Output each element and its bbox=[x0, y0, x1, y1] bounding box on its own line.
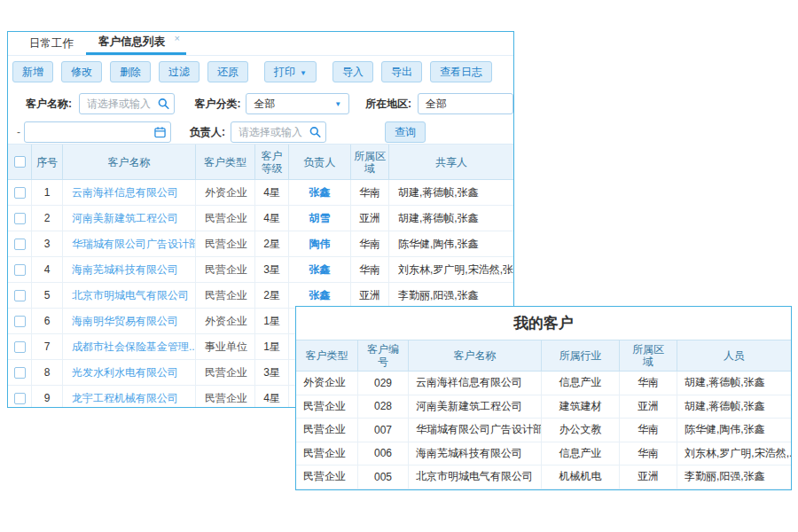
row-checkbox[interactable] bbox=[14, 264, 26, 276]
customer-name-link[interactable]: 华瑞城有限公司广告设计部 bbox=[409, 419, 542, 442]
customer-name-field bbox=[79, 93, 175, 114]
row-checkbox[interactable] bbox=[14, 187, 26, 199]
query-button[interactable]: 查询 bbox=[385, 121, 426, 143]
header-personnel: 人员 bbox=[677, 340, 791, 372]
view-log-button[interactable]: 查看日志 bbox=[430, 61, 492, 82]
cell-customer-level: 1星 bbox=[255, 334, 289, 360]
region-value: 全部 bbox=[426, 97, 447, 112]
table-row: 2 河南美新建筑工程公司 民营企业 4星 胡雪 亚洲 胡建,蒋德帧,张鑫 bbox=[8, 206, 513, 231]
cell-customer-type: 民营企业 bbox=[196, 257, 255, 283]
customer-category-select[interactable]: 全部 ▼ bbox=[246, 93, 349, 114]
table-row: 民营企业 005 北京市明城电气有限公司 机械机电 亚洲 李勤丽,阳强,张鑫 bbox=[296, 466, 791, 489]
customer-name-link[interactable]: 光发水利水电有限公司 bbox=[63, 360, 196, 386]
checkbox-cell bbox=[8, 309, 32, 334]
cell-customer-level: 1星 bbox=[255, 309, 289, 334]
owner-link[interactable]: 张鑫 bbox=[289, 283, 351, 309]
restore-button[interactable]: 还原 bbox=[207, 61, 248, 82]
print-button-label: 打印 bbox=[274, 66, 295, 78]
cell-personnel: 刘东林,罗广明,宋浩然,... bbox=[677, 442, 791, 466]
customer-name-link[interactable]: 华瑞城有限公司广告设计部 bbox=[63, 231, 196, 257]
table-row: 5 北京市明城电气有限公司 民营企业 2星 张鑫 亚洲 李勤丽,阳强,张鑫 bbox=[8, 283, 513, 309]
customer-no-link[interactable]: 029 bbox=[358, 372, 409, 395]
search-icon[interactable] bbox=[309, 127, 321, 138]
my-customers-table: 客户类型 客户编号 客户名称 所属行业 所属区域 人员 外资企业 029 云南海… bbox=[296, 340, 791, 489]
customer-name-link[interactable]: 成都市社会保险基金管理... bbox=[63, 334, 196, 360]
owner-link[interactable]: 陶伟 bbox=[289, 231, 351, 257]
table-body: 外资企业 029 云南海祥信息有限公司 信息产业 华南 胡建,蒋德帧,张鑫 民营… bbox=[296, 372, 791, 489]
checkbox-cell bbox=[8, 231, 32, 257]
date-input[interactable] bbox=[24, 121, 171, 143]
cell-customer-level: 4星 bbox=[255, 386, 289, 408]
tab-daily-work[interactable]: 日常工作 bbox=[17, 32, 86, 55]
tab-customer-info-list[interactable]: 客户信息列表 × bbox=[86, 32, 186, 55]
header-customer-no: 客户编号 bbox=[358, 340, 409, 372]
edit-button[interactable]: 修改 bbox=[61, 61, 102, 82]
header-seq: 序号 bbox=[32, 145, 63, 180]
tab-bar: 日常工作 客户信息列表 × bbox=[8, 32, 513, 56]
cell-seq: 6 bbox=[32, 309, 63, 334]
customer-category-label: 客户分类: bbox=[194, 97, 240, 112]
row-checkbox[interactable] bbox=[14, 393, 26, 404]
customer-name-link[interactable]: 云南海祥信息有限公司 bbox=[63, 180, 196, 206]
row-checkbox[interactable] bbox=[14, 316, 26, 327]
print-button[interactable]: 打印▼ bbox=[264, 61, 317, 82]
customer-name-link[interactable]: 海南芜城科技有限公司 bbox=[63, 257, 196, 283]
cell-seq: 5 bbox=[32, 283, 63, 309]
delete-button[interactable]: 删除 bbox=[110, 61, 151, 82]
customer-no-link[interactable]: 006 bbox=[358, 442, 409, 466]
customer-name-link[interactable]: 北京市明城电气有限公司 bbox=[409, 466, 542, 489]
cell-personnel: 陈华健,陶伟,张鑫 bbox=[677, 419, 791, 442]
checkbox-cell bbox=[8, 334, 32, 360]
customer-name-link[interactable]: 北京市明城电气有限公司 bbox=[63, 283, 196, 309]
customer-no-link[interactable]: 007 bbox=[358, 419, 409, 442]
row-checkbox[interactable] bbox=[14, 213, 26, 224]
select-all-cell bbox=[8, 145, 32, 180]
cell-customer-type: 外资企业 bbox=[296, 372, 358, 395]
close-icon[interactable]: × bbox=[175, 33, 180, 43]
cell-shared: 胡建,蒋德帧,张鑫 bbox=[389, 180, 513, 206]
owner-link[interactable]: 张鑫 bbox=[289, 180, 351, 206]
select-all-checkbox[interactable] bbox=[14, 156, 26, 168]
import-button[interactable]: 导入 bbox=[332, 61, 373, 82]
row-checkbox[interactable] bbox=[14, 290, 26, 301]
search-icon[interactable] bbox=[158, 98, 169, 110]
owner-link[interactable]: 胡雪 bbox=[289, 206, 351, 231]
filter-button[interactable]: 过滤 bbox=[159, 61, 200, 82]
cell-seq: 2 bbox=[32, 206, 63, 231]
customer-no-link[interactable]: 005 bbox=[358, 466, 409, 489]
customer-name-label: 客户名称: bbox=[26, 97, 72, 112]
customer-name-link[interactable]: 海南芜城科技有限公司 bbox=[409, 442, 542, 466]
cell-region: 亚洲 bbox=[620, 466, 677, 489]
cell-shared: 胡建,蒋德帧,张鑫 bbox=[389, 206, 513, 231]
customer-name-link[interactable]: 海南明华贸易有限公司 bbox=[63, 309, 196, 334]
customer-name-link[interactable]: 云南海祥信息有限公司 bbox=[409, 372, 542, 395]
cell-shared: 陈华健,陶伟,张鑫 bbox=[389, 231, 513, 257]
row-checkbox[interactable] bbox=[14, 341, 26, 353]
row-checkbox[interactable] bbox=[14, 367, 26, 379]
cell-customer-type: 民营企业 bbox=[296, 466, 358, 489]
customer-no-link[interactable]: 028 bbox=[358, 395, 409, 419]
calendar-icon[interactable] bbox=[154, 127, 166, 138]
cell-seq: 4 bbox=[32, 257, 63, 283]
add-button[interactable]: 新增 bbox=[12, 61, 53, 82]
table-header-row: 客户类型 客户编号 客户名称 所属行业 所属区域 人员 bbox=[296, 340, 791, 372]
cell-customer-level: 3星 bbox=[255, 360, 289, 386]
toolbar: 新增 修改 删除 过滤 还原 打印▼ 导入 导出 查看日志 bbox=[8, 56, 513, 87]
cell-shared: 李勤丽,阳强,张鑫 bbox=[389, 283, 513, 309]
cell-shared: 刘东林,罗广明,宋浩然,张鑫 bbox=[389, 257, 513, 283]
row-checkbox[interactable] bbox=[14, 239, 26, 250]
cell-customer-level: 4星 bbox=[255, 180, 289, 206]
table-row: 民营企业 028 河南美新建筑工程公司 建筑建材 亚洲 胡建,蒋德帧,张鑫 bbox=[296, 395, 791, 419]
table-header-row: 序号 客户名称 客户类型 客户等级 负责人 所属区域 共享人 bbox=[8, 144, 513, 180]
cell-region: 亚洲 bbox=[351, 283, 389, 309]
customer-name-link[interactable]: 龙宇工程机械有限公司 bbox=[63, 386, 196, 408]
cell-personnel: 胡建,蒋德帧,张鑫 bbox=[677, 395, 791, 419]
region-select[interactable]: 全部 bbox=[418, 93, 513, 114]
my-customers-title: 我的客户 bbox=[296, 307, 791, 340]
cell-customer-type: 民营企业 bbox=[296, 419, 358, 442]
customer-name-link[interactable]: 河南美新建筑工程公司 bbox=[63, 206, 196, 231]
export-button[interactable]: 导出 bbox=[381, 61, 422, 82]
cell-personnel: 李勤丽,阳强,张鑫 bbox=[677, 466, 791, 489]
owner-link[interactable]: 张鑫 bbox=[289, 257, 351, 283]
customer-name-link[interactable]: 河南美新建筑工程公司 bbox=[409, 395, 542, 419]
